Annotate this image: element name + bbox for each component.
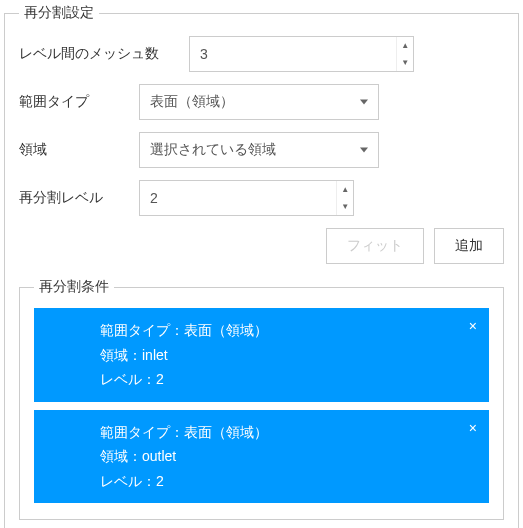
condition-list: ×範囲タイプ：表面（領域）領域：inletレベル：2×範囲タイプ：表面（領域）領… (34, 308, 489, 503)
close-icon[interactable]: × (469, 420, 477, 436)
region-label: 領域 (19, 141, 139, 159)
level-spinner[interactable]: ▲ ▼ (139, 180, 354, 216)
level-row: 再分割レベル ▲ ▼ (19, 180, 504, 216)
condition-level: レベル：2 (100, 469, 475, 494)
mesh-count-spin-buttons: ▲ ▼ (396, 37, 413, 71)
refinement-conditions-legend: 再分割条件 (34, 278, 114, 296)
mesh-count-down-button[interactable]: ▼ (397, 54, 413, 71)
mesh-count-label: レベル間のメッシュ数 (19, 45, 189, 63)
condition-region: 領域：outlet (100, 444, 475, 469)
mesh-count-row: レベル間のメッシュ数 ▲ ▼ (19, 36, 504, 72)
chevron-down-icon (360, 100, 368, 105)
range-type-select[interactable]: 表面（領域） (139, 84, 379, 120)
condition-card[interactable]: ×範囲タイプ：表面（領域）領域：inletレベル：2 (34, 308, 489, 402)
button-row: フィット 追加 (19, 228, 504, 264)
level-spin-buttons: ▲ ▼ (336, 181, 353, 215)
condition-level: レベル：2 (100, 367, 475, 392)
level-label: 再分割レベル (19, 189, 139, 207)
range-type-row: 範囲タイプ 表面（領域） (19, 84, 504, 120)
condition-region: 領域：inlet (100, 343, 475, 368)
range-type-value: 表面（領域） (150, 93, 234, 111)
mesh-count-spinner[interactable]: ▲ ▼ (189, 36, 414, 72)
refinement-settings-fieldset: 再分割設定 レベル間のメッシュ数 ▲ ▼ 範囲タイプ 表面（領域） 領域 選択さ… (4, 4, 519, 528)
region-value: 選択されている領域 (150, 141, 276, 159)
region-row: 領域 選択されている領域 (19, 132, 504, 168)
region-select[interactable]: 選択されている領域 (139, 132, 379, 168)
refinement-settings-legend: 再分割設定 (19, 4, 99, 22)
level-up-button[interactable]: ▲ (337, 181, 353, 198)
level-input[interactable] (140, 181, 336, 215)
chevron-down-icon (360, 148, 368, 153)
mesh-count-input[interactable] (190, 37, 396, 71)
range-type-label: 範囲タイプ (19, 93, 139, 111)
close-icon[interactable]: × (469, 318, 477, 334)
condition-range-type: 範囲タイプ：表面（領域） (100, 318, 475, 343)
add-button[interactable]: 追加 (434, 228, 504, 264)
level-down-button[interactable]: ▼ (337, 198, 353, 215)
condition-range-type: 範囲タイプ：表面（領域） (100, 420, 475, 445)
mesh-count-up-button[interactable]: ▲ (397, 37, 413, 54)
fit-button[interactable]: フィット (326, 228, 424, 264)
condition-card[interactable]: ×範囲タイプ：表面（領域）領域：outletレベル：2 (34, 410, 489, 504)
refinement-conditions-fieldset: 再分割条件 ×範囲タイプ：表面（領域）領域：inletレベル：2×範囲タイプ：表… (19, 278, 504, 520)
